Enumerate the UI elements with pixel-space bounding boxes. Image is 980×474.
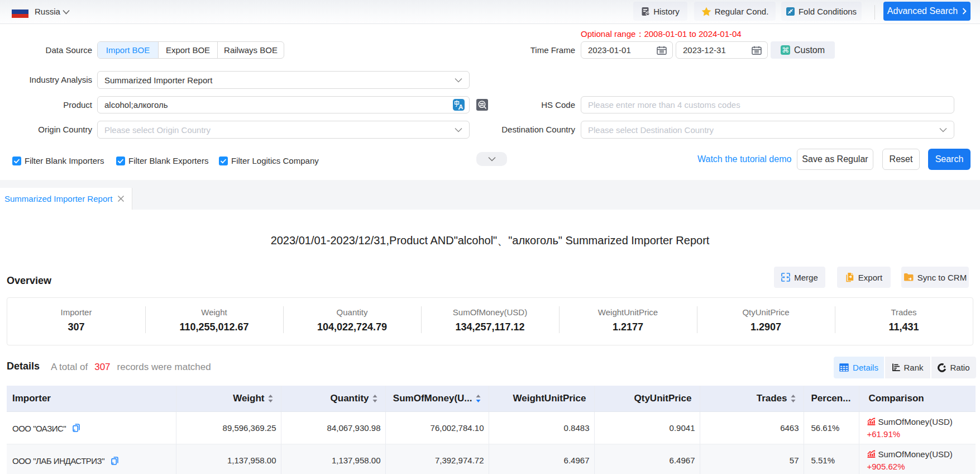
- svg-text:⌘: ⌘: [782, 46, 789, 54]
